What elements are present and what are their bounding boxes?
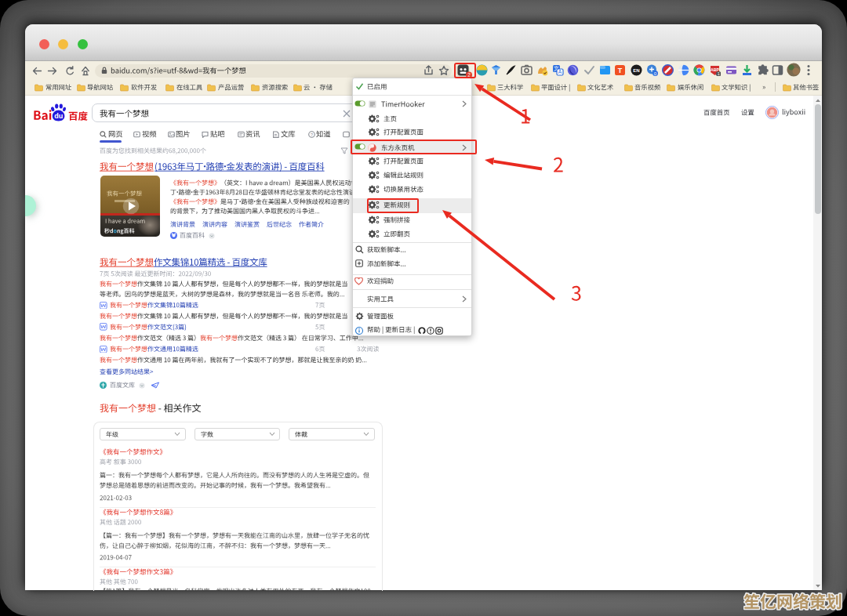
svg-text:1: 1 bbox=[718, 71, 720, 76]
svg-text:A: A bbox=[558, 69, 562, 74]
svg-text:EN: EN bbox=[633, 68, 639, 73]
svg-text:T: T bbox=[618, 67, 623, 74]
svg-text:du: du bbox=[54, 112, 63, 120]
svg-text:?: ? bbox=[310, 132, 312, 136]
